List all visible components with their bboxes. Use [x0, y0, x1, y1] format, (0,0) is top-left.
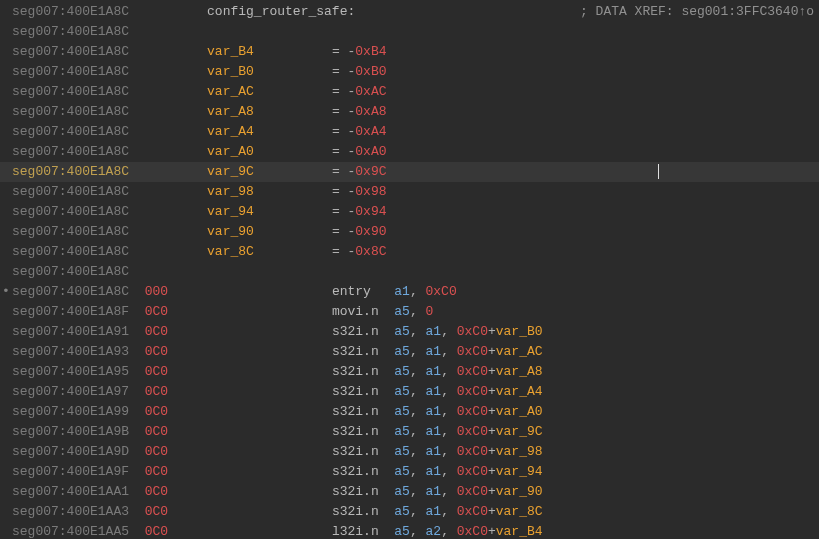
disassembly-line[interactable]: seg007:400E1A8C var_A4 = -0xA4 — [0, 122, 819, 142]
equals: = - — [332, 104, 355, 119]
disassembly-line[interactable]: seg007:400E1A8C var_AC = -0xAC — [0, 82, 819, 102]
register: a1 — [426, 344, 442, 359]
var-name: var_8C — [207, 244, 332, 259]
register: a1 — [426, 464, 442, 479]
disassembly-line[interactable]: seg007:400E1A9D 0C0 s32i.n a5, a1, 0xC0+… — [0, 442, 819, 462]
disassembly-line[interactable]: seg007:400E1A9B 0C0 s32i.n a5, a1, 0xC0+… — [0, 422, 819, 442]
stack-depth: 0C0 — [145, 484, 168, 499]
var-ref: var_A4 — [496, 384, 543, 399]
var-offset: 0x98 — [355, 184, 386, 199]
register: a1 — [394, 284, 410, 299]
disassembly-line[interactable]: seg007:400E1A8C var_8C = -0x8C — [0, 242, 819, 262]
disassembly-line[interactable]: seg007:400E1A8F 0C0 movi.n a5, 0 — [0, 302, 819, 322]
disassembly-line[interactable]: seg007:400E1A97 0C0 s32i.n a5, a1, 0xC0+… — [0, 382, 819, 402]
var-name: var_B0 — [207, 64, 332, 79]
var-offset: 0x9C — [355, 164, 386, 179]
mnemonic: s32i.n — [332, 364, 394, 379]
immediate: 0xC0 — [426, 284, 457, 299]
disassembly-line[interactable]: seg007:400E1A95 0C0 s32i.n a5, a1, 0xC0+… — [0, 362, 819, 382]
address: seg007:400E1A8C — [12, 244, 168, 259]
register: a5 — [394, 464, 410, 479]
mnemonic: s32i.n — [332, 444, 394, 459]
disassembly-line[interactable]: seg007:400E1A99 0C0 s32i.n a5, a1, 0xC0+… — [0, 402, 819, 422]
disassembly-line[interactable]: seg007:400E1A8C var_90 = -0x90 — [0, 222, 819, 242]
disassembly-line[interactable]: seg007:400E1A8C var_98 = -0x98 — [0, 182, 819, 202]
stack-depth: 0C0 — [145, 344, 168, 359]
mnemonic: s32i.n — [332, 404, 394, 419]
breakpoint-mark: • — [2, 282, 10, 302]
mnemonic: s32i.n — [332, 484, 394, 499]
address: seg007:400E1A91 — [12, 324, 137, 339]
var-ref: var_AC — [496, 344, 543, 359]
address: seg007:400E1AA1 — [12, 484, 137, 499]
address: seg007:400E1A97 — [12, 384, 137, 399]
address: seg007:400E1A8C — [12, 4, 168, 19]
register: a1 — [426, 384, 442, 399]
register: a5 — [394, 304, 410, 319]
var-offset: 0xAC — [355, 84, 386, 99]
disassembly-line[interactable]: seg007:400E1A8C var_94 = -0x94 — [0, 202, 819, 222]
disassembly-line[interactable]: seg007:400E1A8C var_A8 = -0xA8 — [0, 102, 819, 122]
mnemonic: l32i.n — [332, 524, 394, 539]
register: a5 — [394, 344, 410, 359]
function-label: config_router_safe: — [207, 4, 355, 19]
equals: = - — [332, 164, 355, 179]
mnemonic: s32i.n — [332, 324, 394, 339]
var-ref: var_B0 — [496, 324, 543, 339]
register: a5 — [394, 504, 410, 519]
register: a1 — [426, 504, 442, 519]
var-offset: 0x94 — [355, 204, 386, 219]
disassembly-line[interactable]: seg007:400E1A8C var_A0 = -0xA0 — [0, 142, 819, 162]
var-offset: 0xB4 — [355, 44, 386, 59]
stack-depth: 0C0 — [145, 384, 168, 399]
register: a5 — [394, 524, 410, 539]
immediate: 0xC0 — [457, 424, 488, 439]
address: seg007:400E1A99 — [12, 404, 137, 419]
address: seg007:400E1AA3 — [12, 504, 137, 519]
mnemonic: entry — [332, 284, 394, 299]
register: a1 — [426, 444, 442, 459]
mnemonic: s32i.n — [332, 504, 394, 519]
equals: = - — [332, 44, 355, 59]
equals: = - — [332, 244, 355, 259]
immediate: 0xC0 — [457, 464, 488, 479]
mnemonic: s32i.n — [332, 344, 394, 359]
immediate: 0xC0 — [457, 484, 488, 499]
stack-depth: 0C0 — [145, 444, 168, 459]
stack-depth: 0C0 — [145, 324, 168, 339]
equals: = - — [332, 204, 355, 219]
address: seg007:400E1A8C — [12, 164, 168, 179]
disassembly-line[interactable]: seg007:400E1A9F 0C0 s32i.n a5, a1, 0xC0+… — [0, 462, 819, 482]
stack-depth: 0C0 — [145, 464, 168, 479]
address: seg007:400E1A8C — [12, 44, 168, 59]
disassembly-line[interactable]: seg007:400E1A8C var_9C = -0x9C — [0, 162, 819, 182]
address: seg007:400E1A8C — [12, 104, 168, 119]
register: a1 — [426, 484, 442, 499]
disassembly-line[interactable]: seg007:400E1AA5 0C0 l32i.n a5, a2, 0xC0+… — [0, 522, 819, 539]
disassembly-line[interactable]: seg007:400E1A8C — [0, 262, 819, 282]
disassembly-line[interactable]: seg007:400E1A8C var_B4 = -0xB4 — [0, 42, 819, 62]
address: seg007:400E1A8C — [12, 24, 129, 39]
var-ref: var_A0 — [496, 404, 543, 419]
mnemonic: s32i.n — [332, 384, 394, 399]
var-name: var_A0 — [207, 144, 332, 159]
address: seg007:400E1A8C — [12, 84, 168, 99]
disassembly-line[interactable]: seg007:400E1A8C var_B0 = -0xB0 — [0, 62, 819, 82]
disassembly-line[interactable]: seg007:400E1A91 0C0 s32i.n a5, a1, 0xC0+… — [0, 322, 819, 342]
disassembly-line[interactable]: seg007:400E1A8C — [0, 22, 819, 42]
disassembly-view[interactable]: seg007:400E1A8C config_router_safe:; DAT… — [0, 0, 819, 539]
disassembly-line[interactable]: seg007:400E1A93 0C0 s32i.n a5, a1, 0xC0+… — [0, 342, 819, 362]
var-offset: 0xA8 — [355, 104, 386, 119]
address: seg007:400E1A8F — [12, 304, 137, 319]
stack-depth: 0C0 — [145, 504, 168, 519]
disassembly-line[interactable]: seg007:400E1A8C config_router_safe:; DAT… — [0, 2, 819, 22]
disassembly-line[interactable]: seg007:400E1AA1 0C0 s32i.n a5, a1, 0xC0+… — [0, 482, 819, 502]
disassembly-line[interactable]: seg007:400E1AA3 0C0 s32i.n a5, a1, 0xC0+… — [0, 502, 819, 522]
register: a1 — [426, 404, 442, 419]
var-name: var_A8 — [207, 104, 332, 119]
mnemonic: s32i.n — [332, 464, 394, 479]
stack-depth: 000 — [145, 284, 168, 299]
disassembly-line[interactable]: •seg007:400E1A8C 000 entry a1, 0xC0 — [0, 282, 819, 302]
address: seg007:400E1A8C — [12, 184, 168, 199]
var-name: var_AC — [207, 84, 332, 99]
